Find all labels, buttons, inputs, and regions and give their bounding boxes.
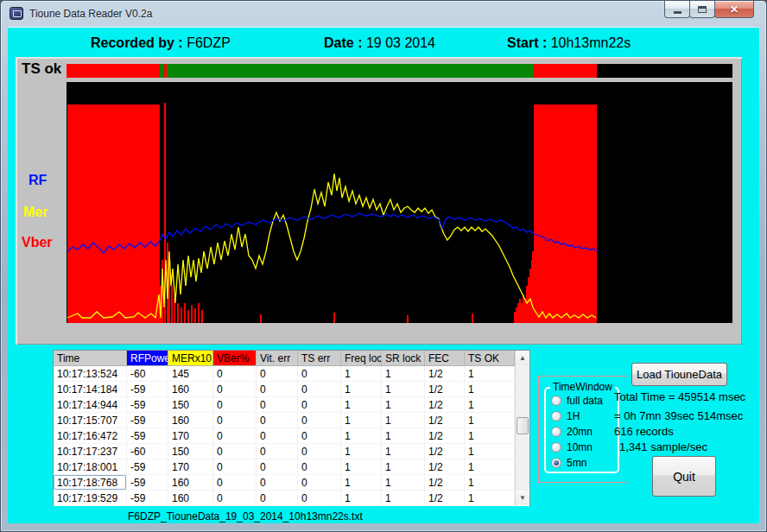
table-cell[interactable]: 160 <box>168 475 213 491</box>
table-cell[interactable]: -59 <box>127 459 168 475</box>
table-cell[interactable]: 160 <box>168 413 213 428</box>
table-cell[interactable]: 10:17:18:001 <box>54 459 127 475</box>
table-cell[interactable]: 10:17:14:944 <box>54 397 127 413</box>
table-cell[interactable]: 0 <box>257 382 298 397</box>
table-cell[interactable]: 0 <box>257 491 298 506</box>
table-cell[interactable]: 1 <box>382 491 425 506</box>
table-cell[interactable]: 1 <box>341 459 382 475</box>
table-cell[interactable]: 1/2 <box>425 382 465 397</box>
table-cell[interactable]: 1/2 <box>425 475 465 491</box>
table-cell[interactable]: 10:17:16:472 <box>54 428 127 444</box>
radio-option-20mn[interactable]: 20mn <box>551 426 593 438</box>
table-cell[interactable]: -60 <box>127 366 168 382</box>
table-cell[interactable]: 0 <box>257 397 298 413</box>
table-cell[interactable]: 0 <box>298 491 341 506</box>
table-cell[interactable]: 1 <box>465 428 515 444</box>
radio-button-icon[interactable] <box>551 458 561 468</box>
table-cell[interactable]: 1 <box>465 382 515 397</box>
table-cell[interactable]: 0 <box>213 397 257 413</box>
minimize-button[interactable] <box>664 1 690 18</box>
table-cell[interactable]: 1 <box>465 413 515 428</box>
close-button[interactable]: ✕ <box>714 1 754 18</box>
table-cell[interactable]: 0 <box>213 413 257 428</box>
table-cell[interactable]: 1 <box>341 382 382 397</box>
table-cell[interactable]: 170 <box>168 459 213 475</box>
table-cell[interactable]: 170 <box>168 428 213 444</box>
table-cell[interactable]: 0 <box>298 382 341 397</box>
table-cell[interactable]: 1 <box>382 382 425 397</box>
radio-option-label[interactable]: 1H <box>567 410 580 422</box>
radio-button-icon[interactable] <box>551 442 561 453</box>
table-cell[interactable]: 1/2 <box>425 397 465 413</box>
table-cell[interactable]: 1 <box>465 366 515 382</box>
table-cell[interactable]: 0 <box>298 428 341 444</box>
table-cell[interactable]: 0 <box>257 413 298 428</box>
table-cell[interactable]: 10:17:15:707 <box>54 413 127 428</box>
radio-button-icon[interactable] <box>551 396 561 406</box>
table-cell[interactable]: 1/2 <box>425 491 465 506</box>
table-cell[interactable]: 1/2 <box>425 366 465 382</box>
table-cell[interactable]: 1 <box>465 459 515 475</box>
table-cell[interactable]: 150 <box>168 397 213 413</box>
table-cell[interactable]: 1/2 <box>425 413 465 428</box>
table-cell[interactable]: 1 <box>341 397 382 413</box>
table-cell[interactable]: 1 <box>382 459 425 475</box>
radio-button-icon[interactable] <box>551 427 561 437</box>
table-cell[interactable]: 0 <box>257 428 298 444</box>
radio-option-label[interactable]: 20mn <box>567 426 593 438</box>
table-cell[interactable]: 1/2 <box>425 444 465 459</box>
table-cell[interactable]: 0 <box>298 397 341 413</box>
table-scrollbar[interactable]: ▲ ▼ <box>515 351 529 505</box>
table-cell[interactable]: -59 <box>127 397 168 413</box>
table-cell[interactable]: 0 <box>298 475 341 491</box>
table-cell[interactable]: 1 <box>341 491 382 506</box>
table-cell[interactable]: 1 <box>465 491 515 506</box>
table-cell[interactable]: 10:17:17:237 <box>54 444 127 459</box>
radio-option-label[interactable]: 5mn <box>567 457 586 469</box>
table-cell[interactable]: 10:17:13:524 <box>54 366 127 382</box>
table-cell[interactable]: 150 <box>168 444 213 459</box>
title-bar[interactable]: Tioune Data Reader V0.2a ✕ <box>1 1 766 27</box>
table-cell[interactable]: 0 <box>257 366 298 382</box>
table-cell[interactable]: 1 <box>465 444 515 459</box>
table-cell[interactable]: 0 <box>213 366 257 382</box>
table-cell[interactable]: 10:17:18:768 <box>54 475 127 491</box>
table-cell[interactable]: 10:17:14:184 <box>54 382 127 397</box>
table-cell[interactable]: 1 <box>465 397 515 413</box>
maximize-button[interactable] <box>689 1 715 18</box>
table-cell[interactable]: -60 <box>127 444 168 459</box>
table-cell[interactable]: 1 <box>341 413 382 428</box>
table-cell[interactable]: -59 <box>127 475 168 491</box>
table-cell[interactable]: 0 <box>298 413 341 428</box>
table-cell[interactable]: -59 <box>127 382 168 397</box>
table-cell[interactable]: 1/2 <box>425 459 465 475</box>
table-cell[interactable]: 10:17:19:529 <box>54 491 127 506</box>
table-cell[interactable]: 0 <box>213 459 257 475</box>
table-cell[interactable]: -59 <box>127 413 168 428</box>
table-cell[interactable]: 0 <box>257 459 298 475</box>
table-cell[interactable]: 0 <box>257 475 298 491</box>
radio-button-icon[interactable] <box>551 411 561 421</box>
table-cell[interactable]: 1 <box>341 475 382 491</box>
table-cell[interactable]: 1 <box>382 475 425 491</box>
scroll-thumb[interactable] <box>517 417 529 434</box>
radio-option-full-data[interactable]: full data <box>551 395 603 407</box>
table-cell[interactable]: 1 <box>341 366 382 382</box>
table-cell[interactable]: 0 <box>213 428 257 444</box>
table-cell[interactable]: -59 <box>127 491 168 506</box>
radio-option-label[interactable]: 10mn <box>567 441 593 453</box>
radio-option-5mn[interactable]: 5mn <box>551 457 586 469</box>
radio-option-1H[interactable]: 1H <box>551 410 580 422</box>
table-cell[interactable]: 1 <box>341 428 382 444</box>
quit-button[interactable]: Quit <box>652 456 716 497</box>
table-cell[interactable]: 1 <box>465 475 515 491</box>
table-cell[interactable]: 1 <box>382 444 425 459</box>
load-tiounedata-button[interactable]: Load TiouneData <box>631 363 727 386</box>
table-cell[interactable]: 0 <box>298 444 341 459</box>
table-cell[interactable]: 1 <box>341 444 382 459</box>
table-cell[interactable]: 0 <box>213 475 257 491</box>
table-cell[interactable]: 0 <box>213 382 257 397</box>
table-cell[interactable]: 1 <box>382 428 425 444</box>
radio-option-10mn[interactable]: 10mn <box>551 441 593 453</box>
table-cell[interactable]: 1 <box>382 413 425 428</box>
